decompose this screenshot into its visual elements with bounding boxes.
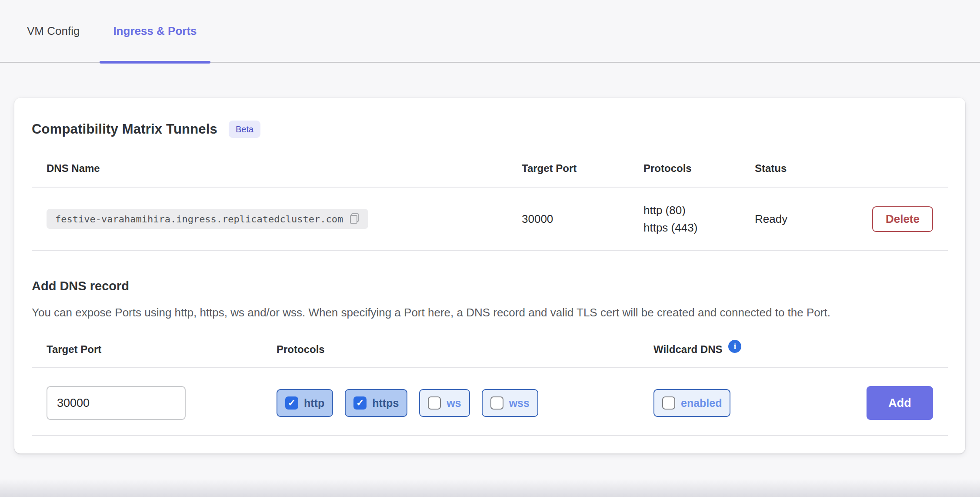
protocols-cell: http (80) https (443) [643,201,755,236]
tunnels-panel: Compatibility Matrix Tunnels Beta DNS Na… [14,98,965,453]
info-icon[interactable]: i [728,340,741,353]
checkbox-https-icon [353,396,367,410]
form-header-protocols: Protocols [277,343,653,356]
beta-badge: Beta [229,121,260,138]
row-actions: Delete [872,206,933,232]
status-cell: Ready [755,212,867,226]
dns-name-cell: festive-varahamihira.ingress.replicatedc… [47,209,522,229]
add-dns-record-description: You can expose Ports using http, https, … [32,304,906,322]
tab-vm-config-label: VM Config [27,24,80,38]
tab-ingress-ports-label: Ingress & Ports [113,24,197,38]
copy-icon[interactable] [349,213,360,225]
card-bottom-padding [32,436,948,453]
add-button[interactable]: Add [867,386,933,420]
col-header-status: Status [755,162,867,175]
form-header-target-port: Target Port [47,343,277,356]
checkbox-https-label: https [372,397,399,410]
delete-button[interactable]: Delete [872,206,933,232]
add-form-header: Target Port Protocols Wildcard DNS i [32,343,948,368]
checkbox-wildcard-icon [662,396,675,410]
protocol-pill-group: http https ws wss [277,389,653,417]
form-actions: Add [867,386,933,420]
checkbox-http-label: http [304,397,324,410]
panel-title-row: Compatibility Matrix Tunnels Beta [32,98,948,138]
panel-title: Compatibility Matrix Tunnels [32,121,217,137]
checkbox-wss-label: wss [509,397,530,410]
col-header-protocols: Protocols [643,162,755,175]
checkbox-ws[interactable]: ws [419,389,470,417]
tab-bar: VM Config Ingress & Ports [0,0,980,63]
checkbox-http-icon [285,396,298,410]
add-form-row: http https ws wss enabled Add [32,368,948,436]
checkbox-wildcard-enabled[interactable]: enabled [653,389,730,417]
add-dns-record-title: Add DNS record [32,279,948,293]
tab-ingress-ports[interactable]: Ingress & Ports [100,0,210,62]
wildcard-field-cell: enabled [653,389,840,417]
col-header-target-port: Target Port [522,162,643,175]
checkbox-ws-label: ws [447,397,461,410]
checkbox-wss-icon [490,396,503,410]
dns-name-value: festive-varahamihira.ingress.replicatedc… [55,214,343,225]
tunnel-table-row: festive-varahamihira.ingress.replicatedc… [32,188,948,251]
col-header-dns-name: DNS Name [47,162,522,175]
tab-vm-config[interactable]: VM Config [27,0,80,62]
tunnels-table-header: DNS Name Target Port Protocols Status [32,162,948,188]
checkbox-https[interactable]: https [345,389,407,417]
target-port-input[interactable] [47,386,186,420]
form-header-wildcard-dns: Wildcard DNS i [653,343,840,356]
wildcard-dns-label: Wildcard DNS [653,343,722,356]
checkbox-http[interactable]: http [277,389,333,417]
protocol-http-line: http (80) [643,201,755,219]
target-port-cell: 30000 [522,212,643,226]
checkbox-ws-icon [428,396,441,410]
dns-name-pill: festive-varahamihira.ingress.replicatedc… [47,209,368,229]
target-port-field-cell [47,386,277,420]
protocol-https-line: https (443) [643,219,755,236]
checkbox-wildcard-label: enabled [681,397,722,410]
checkbox-wss[interactable]: wss [482,389,538,417]
